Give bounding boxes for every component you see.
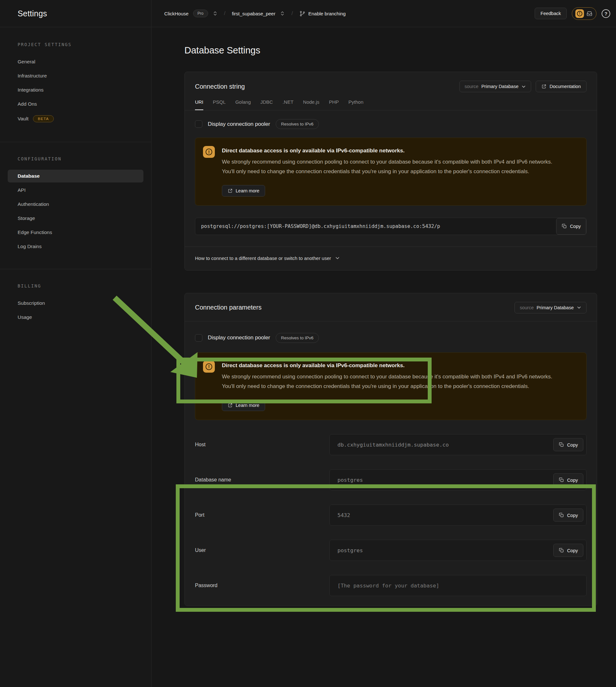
learn-more-button[interactable]: Learn more: [222, 185, 265, 197]
resolves-to-ipv6-badge: Resolves to IPv6: [276, 119, 319, 129]
database-name-row: Database name Copy: [195, 469, 587, 490]
pooler-row: Display connection pooler Resolves to IP…: [195, 119, 587, 129]
sidebar-item-api[interactable]: API: [8, 184, 144, 197]
sidebar-item-integrations[interactable]: Integrations: [8, 84, 144, 96]
sidebar-header: Settings: [0, 0, 151, 27]
copy-host-button[interactable]: Copy: [553, 438, 584, 451]
connection-uri-value[interactable]: postgresql://postgres:[YOUR-PASSWORD]@db…: [195, 218, 587, 235]
tab-golang[interactable]: Golang: [235, 99, 251, 110]
plan-badge: Pro: [193, 9, 208, 17]
chevrons-up-down-icon: [213, 11, 218, 16]
external-link-icon: [542, 84, 547, 89]
tab-psql[interactable]: PSQL: [213, 99, 226, 110]
pooler-label: Display connection pooler: [208, 335, 270, 341]
git-branch-icon: [299, 10, 305, 17]
project-switcher-button[interactable]: [280, 11, 285, 16]
documentation-button[interactable]: Documentation: [536, 81, 587, 92]
user-row: User Copy: [195, 540, 587, 561]
copy-database-name-button[interactable]: Copy: [553, 473, 584, 487]
alert-icon: !: [203, 361, 215, 373]
breadcrumb-project[interactable]: first_supabase_peer: [232, 11, 276, 16]
field-label: User: [195, 548, 329, 553]
tab-jdbc[interactable]: JDBC: [260, 99, 273, 110]
app-title: Settings: [18, 9, 47, 18]
copy-port-button[interactable]: Copy: [553, 509, 584, 522]
display-connection-pooler-checkbox[interactable]: [195, 120, 202, 128]
tab-dotnet[interactable]: .NET: [282, 99, 293, 110]
sidebar-item-add-ons[interactable]: Add Ons: [8, 98, 144, 110]
sidebar-item-authentication[interactable]: Authentication: [8, 198, 144, 210]
sidebar-item-log-drains[interactable]: Log Drains: [8, 240, 144, 253]
alert-icon: !: [575, 9, 584, 18]
field-label: Port: [195, 512, 329, 518]
sidebar-item-general[interactable]: General: [8, 56, 144, 68]
help-button[interactable]: ?: [601, 9, 610, 18]
org-switcher-button[interactable]: [213, 11, 218, 16]
pooler-row: Display connection pooler Resolves to IP…: [195, 333, 587, 343]
settings-sidebar: PROJECT SETTINGS General Infrastructure …: [0, 27, 151, 687]
tab-python[interactable]: Python: [348, 99, 364, 110]
topbar-actions: Feedback ! ?: [535, 0, 616, 27]
password-row: Password: [195, 575, 587, 596]
chevron-down-icon[interactable]: [335, 256, 340, 261]
feedback-button[interactable]: Feedback: [535, 8, 567, 19]
sidebar-item-edge-functions[interactable]: Edge Functions: [8, 226, 144, 239]
copy-user-button[interactable]: Copy: [553, 544, 584, 557]
ipv6-notice: ! Direct database access is only availab…: [195, 138, 587, 205]
external-link-icon: [228, 403, 233, 408]
alert-icon: !: [203, 146, 215, 158]
sidebar-group-configuration: CONFIGURATION Database API Authenticatio…: [0, 142, 151, 269]
notice-title: Direct database access is only available…: [222, 148, 558, 154]
user-input[interactable]: [329, 540, 587, 561]
copy-uri-button[interactable]: Copy: [556, 218, 586, 235]
notice-body: We strongly recommend using connection p…: [222, 372, 558, 392]
beta-badge: BETA: [33, 115, 54, 122]
ipv6-notice: ! Direct database access is only availab…: [195, 352, 587, 420]
tab-nodejs[interactable]: Node.js: [303, 99, 320, 110]
connection-parameters-header: Connection parameters source Primary Dat…: [185, 293, 597, 322]
resolves-to-ipv6-badge: Resolves to IPv6: [276, 333, 319, 343]
source-select[interactable]: source Primary Database: [459, 81, 531, 92]
tab-uri[interactable]: URI: [195, 99, 203, 110]
breadcrumb: ClickHouse Pro / first_supabase_peer / E…: [151, 0, 535, 27]
copy-icon: [562, 223, 567, 229]
sidebar-item-vault[interactable]: Vault BETA: [8, 112, 144, 126]
card-title: Connection string: [195, 83, 245, 90]
sidebar-item-infrastructure[interactable]: Infrastructure: [8, 69, 144, 82]
database-name-input[interactable]: [329, 469, 587, 490]
connection-parameters-card: Connection parameters source Primary Dat…: [184, 293, 597, 606]
sidebar-item-database[interactable]: Database: [8, 170, 144, 182]
sidebar-item-subscription[interactable]: Subscription: [8, 297, 144, 310]
password-input[interactable]: [329, 575, 587, 596]
chevron-down-icon: [521, 84, 526, 89]
source-select[interactable]: source Primary Database: [514, 302, 587, 313]
breadcrumb-org[interactable]: ClickHouse: [164, 11, 189, 16]
copy-icon: [559, 512, 564, 518]
learn-more-button[interactable]: Learn more: [222, 400, 265, 411]
sidebar-item-usage[interactable]: Usage: [8, 311, 144, 324]
notice-body: We strongly recommend using connection p…: [222, 157, 558, 177]
group-label: CONFIGURATION: [8, 156, 144, 161]
notifications-button[interactable]: !: [572, 7, 596, 20]
copy-icon: [559, 548, 564, 553]
display-connection-pooler-checkbox[interactable]: [195, 334, 202, 341]
connection-string-footer: How to connect to a different database o…: [185, 246, 597, 270]
card-title: Connection parameters: [195, 304, 262, 311]
host-row: Host Copy: [195, 434, 587, 455]
connection-string-tabs: URI PSQL Golang JDBC .NET Node.js PHP Py…: [185, 92, 597, 110]
sidebar-item-storage[interactable]: Storage: [8, 212, 144, 225]
how-to-connect-link[interactable]: How to connect to a different database o…: [195, 256, 331, 261]
copy-icon: [559, 477, 564, 483]
breadcrumb-separator: /: [289, 10, 295, 17]
host-input[interactable]: [329, 434, 587, 455]
top-bar: Settings ClickHouse Pro / first_supabase…: [0, 0, 616, 27]
field-label: Database name: [195, 477, 329, 483]
enable-branching-button[interactable]: Enable branching: [299, 10, 346, 17]
main-content: Database Settings Connection string sour…: [151, 27, 616, 687]
port-input[interactable]: [329, 505, 587, 526]
port-row: Port Copy: [195, 505, 587, 526]
sidebar-group-billing: BILLING Subscription Usage: [0, 269, 151, 340]
tab-php[interactable]: PHP: [329, 99, 339, 110]
connection-string-card: Connection string source Primary Databas…: [184, 72, 597, 270]
notice-title: Direct database access is only available…: [222, 362, 558, 369]
